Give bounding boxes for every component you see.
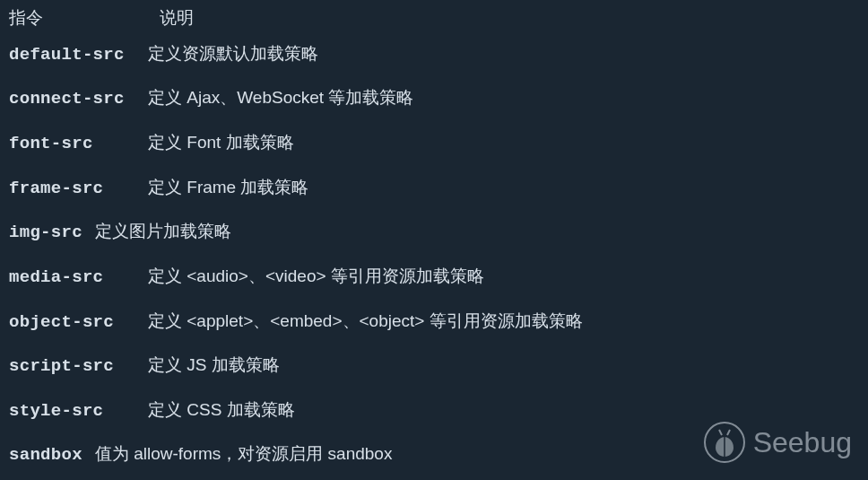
directive-list: default-src定义资源默认加载策略connect-src定义 Ajax、… xyxy=(9,42,859,480)
directive-desc: 定义资源默认加载策略 xyxy=(148,42,859,65)
directive-name: frame-src xyxy=(9,178,148,201)
directive-name: media-src xyxy=(9,266,148,290)
seebug-watermark: Seebug xyxy=(703,421,852,464)
directive-row: img-src定义图片加载策略 xyxy=(9,220,859,245)
directive-name: object-src xyxy=(9,311,148,335)
header-directive: 指令 xyxy=(9,7,160,30)
directive-name: connect-src xyxy=(9,88,148,111)
svg-line-3 xyxy=(727,430,730,435)
directive-desc: 定义 <applet>、<embed>、<object> 等引用资源加载策略 xyxy=(148,310,859,333)
directive-desc: 定义 Font 加载策略 xyxy=(148,131,859,154)
directive-row: script-src定义 JS 加载策略 xyxy=(9,353,859,379)
directive-name: style-src xyxy=(9,400,148,423)
directive-name: script-src xyxy=(9,355,148,379)
directive-row: font-src定义 Font 加载策略 xyxy=(9,131,859,156)
directive-name: default-src xyxy=(9,44,148,67)
bug-icon xyxy=(703,421,746,464)
directive-name: img-src xyxy=(9,222,82,245)
directive-row: style-src定义 CSS 加载策略 xyxy=(9,398,859,423)
directive-desc: 定义 Ajax、WebSocket 等加载策略 xyxy=(148,86,859,109)
directive-row: default-src定义资源默认加载策略 xyxy=(9,42,859,67)
directive-desc: 定义 CSS 加载策略 xyxy=(148,398,859,422)
directive-row: connect-src定义 Ajax、WebSocket 等加载策略 xyxy=(9,86,859,111)
svg-line-2 xyxy=(719,430,722,435)
directive-name: sandbox xyxy=(9,444,82,467)
watermark-text: Seebug xyxy=(753,426,852,459)
directive-desc: 定义 <audio>、<video> 等引用资源加载策略 xyxy=(148,265,859,288)
directive-desc: 定义 JS 加载策略 xyxy=(148,353,859,377)
directive-desc: 定义 Frame 加载策略 xyxy=(148,176,859,199)
directive-desc: 定义图片加载策略 xyxy=(95,220,859,243)
table-header: 指令 说明 xyxy=(9,7,859,30)
directive-row: media-src定义 <audio>、<video> 等引用资源加载策略 xyxy=(9,265,859,290)
directive-row: object-src定义 <applet>、<embed>、<object> 等… xyxy=(9,310,859,335)
directive-row: frame-src定义 Frame 加载策略 xyxy=(9,176,859,201)
directive-name: font-src xyxy=(9,133,148,156)
header-description: 说明 xyxy=(160,7,194,30)
